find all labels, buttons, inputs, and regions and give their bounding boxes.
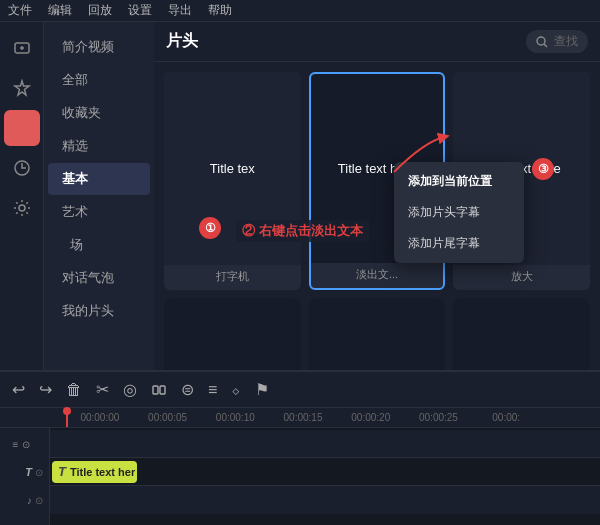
flag-button[interactable]: ⚑ xyxy=(255,380,269,399)
annotation-bubble-3: ③ xyxy=(532,158,554,180)
ruler-mark-10: 00:00:10 xyxy=(201,412,269,423)
menu-help[interactable]: 帮助 xyxy=(208,2,232,19)
track-labels: ≡ ⊙ T ⊙ ♪ ⊙ xyxy=(0,428,50,525)
track-content: T Title text her xyxy=(50,428,600,525)
clip-label: Title text her xyxy=(70,466,135,478)
context-menu-add-title-start[interactable]: 添加片头字幕 xyxy=(394,197,524,228)
transitions-button[interactable] xyxy=(4,150,40,186)
menu-export[interactable]: 导出 xyxy=(168,2,192,19)
menu-file[interactable]: 文件 xyxy=(8,2,32,19)
annotation-text-2: ② 右键点击淡出文本 xyxy=(236,220,369,242)
redo-button[interactable]: ↪ xyxy=(39,380,52,399)
split-button[interactable]: ⊜ xyxy=(181,380,194,399)
menubar: 文件 编辑 回放 设置 导出 帮助 xyxy=(0,0,600,22)
cat-bubble[interactable]: 对话气泡 xyxy=(48,262,150,294)
snap-button[interactable] xyxy=(151,382,167,398)
ruler-mark-15: 00:00:15 xyxy=(269,412,337,423)
undo-button[interactable]: ↩ xyxy=(12,380,25,399)
ruler-mark-5: 00:00:05 xyxy=(134,412,202,423)
svg-line-6 xyxy=(544,44,547,47)
menu-settings[interactable]: 设置 xyxy=(128,2,152,19)
cell-label-zoom: 放大 xyxy=(511,269,533,284)
cat-art[interactable]: 艺术 xyxy=(48,196,150,228)
svg-rect-7 xyxy=(153,386,158,394)
clip-text-icon: T xyxy=(58,464,66,479)
add-media-button[interactable] xyxy=(4,30,40,66)
cat-my-titles[interactable]: 我的片头 xyxy=(48,295,150,327)
track-label-icons: ≡ ⊙ xyxy=(0,430,49,458)
cat-scene[interactable]: 场 xyxy=(48,229,150,261)
grid-cell-typewriter[interactable]: Title tex 打字机 xyxy=(164,72,301,290)
context-menu-add-title-end[interactable]: 添加片尾字幕 xyxy=(394,228,524,259)
titles-button[interactable]: T xyxy=(4,110,40,146)
cut-button[interactable]: ✂ xyxy=(96,380,109,399)
track-row-main xyxy=(50,430,600,458)
context-menu: 添加到当前位置 添加片头字幕 添加片尾字幕 xyxy=(394,162,524,263)
ruler-mark-end: 00:00: xyxy=(472,412,540,423)
menu-edit[interactable]: 编辑 xyxy=(48,2,72,19)
cell-label-typewriter: 打字机 xyxy=(216,269,249,284)
track-label-audio: ♪ ⊙ xyxy=(0,486,49,514)
context-menu-add-current[interactable]: 添加到当前位置 xyxy=(394,166,524,197)
content-header: 片头 查找 xyxy=(154,22,600,62)
timeline-tracks: ≡ ⊙ T ⊙ ♪ ⊙ T Title text her xyxy=(0,428,600,525)
ruler-mark-25: 00:00:25 xyxy=(405,412,473,423)
effects-button[interactable] xyxy=(4,70,40,106)
ruler-mark-20: 00:00:20 xyxy=(337,412,405,423)
menu-playback[interactable]: 回放 xyxy=(88,2,112,19)
annotation-bubble-1: ① xyxy=(199,217,221,239)
title-clip[interactable]: T Title text her xyxy=(52,461,137,483)
track-label-text: T ⊙ xyxy=(0,458,49,486)
search-box[interactable]: 查找 xyxy=(526,30,588,53)
svg-point-4 xyxy=(19,205,25,211)
search-placeholder: 查找 xyxy=(554,33,578,50)
ruler-mark-0: 00:00:00 xyxy=(66,412,134,423)
cat-featured[interactable]: 精选 xyxy=(48,130,150,162)
timeline-area: ↩ ↪ 🗑 ✂ ◎ ⊜ ≡ ⬦ ⚑ 00:00:00 00:00:05 00:0… xyxy=(0,370,600,525)
cell-label-fadeout: 淡出文... xyxy=(356,267,398,282)
timeline-ruler: 00:00:00 00:00:05 00:00:10 00:00:15 00:0… xyxy=(0,408,600,428)
settings-button[interactable] xyxy=(4,190,40,226)
track-row-audio xyxy=(50,486,600,514)
record-button[interactable]: ◎ xyxy=(123,380,137,399)
marker-button[interactable]: ⬦ xyxy=(231,381,241,399)
align-button[interactable]: ≡ xyxy=(208,381,217,399)
svg-point-5 xyxy=(537,37,545,45)
timeline-toolbar: ↩ ↪ 🗑 ✂ ◎ ⊜ ≡ ⬦ ⚑ xyxy=(0,372,600,408)
search-icon xyxy=(536,36,548,48)
track-row-title: T Title text her xyxy=(50,458,600,486)
delete-button[interactable]: 🗑 xyxy=(66,381,82,399)
svg-rect-8 xyxy=(160,386,165,394)
cat-intro[interactable]: 简介视频 xyxy=(48,31,150,63)
content-title: 片头 xyxy=(166,31,198,52)
cat-basic[interactable]: 基本 xyxy=(48,163,150,195)
cat-favorites[interactable]: 收藏夹 xyxy=(48,97,150,129)
cat-all[interactable]: 全部 xyxy=(48,64,150,96)
